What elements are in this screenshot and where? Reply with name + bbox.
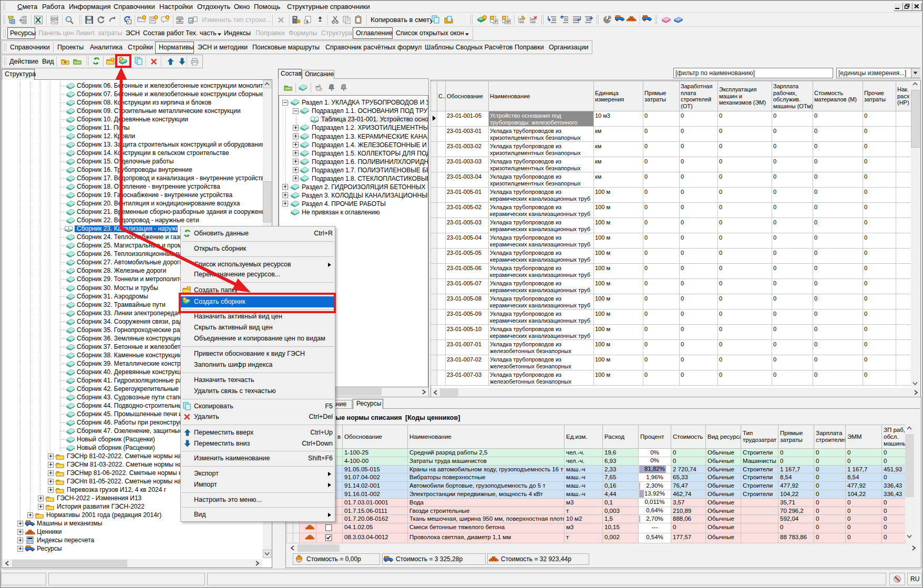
svg-text:*: * (128, 20, 130, 24)
svg-text:ПР: ПР (505, 20, 510, 24)
svg-text:P: P (495, 20, 497, 24)
svg-text:PDF: PDF (52, 17, 58, 20)
